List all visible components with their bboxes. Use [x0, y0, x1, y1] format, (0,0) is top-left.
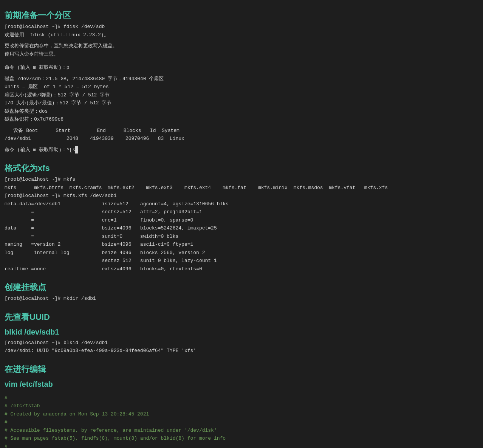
fstab-line1: #: [5, 394, 478, 402]
output-mkfs-list: mkfs mkfs.btrfs mkfs.cramfs mkfs.ext2 mk…: [5, 184, 478, 192]
output-mkfs-xfs-cmd: [root@localhost ~]# mkfs.xfs /dev/sdb1: [5, 192, 478, 200]
cursor-blink: [75, 146, 78, 154]
output-fdisk-cmd: [root@localhost ~]# fdisk /dev/sdb: [5, 23, 478, 31]
output-mkfs-meta2: = sectsz=512 attr=2, projid32bit=1: [5, 208, 478, 216]
output-mkfs-realtime: realtime =none extsz=4096 blocks=0, rtex…: [5, 265, 478, 273]
heading-edit: 在进行编辑: [5, 363, 478, 375]
output-mkfs-cmd: [root@localhost ~]# mkfs: [5, 176, 478, 183]
spacer10: [5, 391, 478, 394]
spacer8: [5, 303, 478, 308]
section-prep-partition: 前期准备一个分区 [root@localhost ~]# fdisk /dev/…: [5, 9, 478, 153]
output-blkid-result: /dev/sdb1: UUID="9c09a0b3-efea-499a-923d…: [5, 347, 478, 355]
output-mkfs-meta1: meta-data=/dev/sdb1 isize=512 agcount=4,…: [5, 200, 478, 208]
spacer4: [5, 124, 478, 126]
fstab-line3: # Created by anaconda on Mon Sep 13 20:2…: [5, 411, 478, 418]
output-table-header: 设备 Boot Start End Blocks Id System: [5, 127, 478, 135]
output-fdisk-welcome: 欢迎使用 fdisk (util-linux 2.23.2)。: [5, 31, 478, 39]
section-check-uuid: 先查看UUID blkid /dev/sdb1 [root@localhost …: [5, 311, 478, 355]
spacer3: [5, 72, 478, 74]
output-blkid-cmd: [root@localhost ~]# blkid /dev/sdb1: [5, 339, 478, 347]
output-disk-info5: 磁盘标签类型：dos: [5, 108, 478, 115]
section-format-xfs: 格式化为xfs [root@localhost ~]# mkfs mkfs mk…: [5, 162, 478, 273]
heading-vim: vim /etc/fstab: [5, 378, 478, 390]
output-disk-info6: 磁盘标识符：0x7d7699c8: [5, 116, 478, 123]
output-cmd-p: 命令 (输入 m 获取帮助)：p: [5, 64, 478, 71]
output-mkfs-data2: = sunit=0 swidth=0 blks: [5, 233, 478, 240]
fstab-line7: #: [5, 443, 478, 448]
output-mkdir-cmd: [root@localhost ~]# mkdir /sdb1: [5, 295, 478, 302]
output-fdisk-note1: 更改将停留在内存中，直到您决定将更改写入磁盘。: [5, 42, 478, 50]
output-disk-info2: Units = 扇区 of 1 * 512 = 512 bytes: [5, 83, 478, 91]
spacer2: [5, 59, 478, 63]
output-disk-info4: I/O 大小(最小/最佳)：512 字节 / 512 字节: [5, 99, 478, 107]
spacer9: [5, 355, 478, 360]
fstab-line2: # /etc/fstab: [5, 402, 478, 410]
fstab-line6: # See man pages fstab(5), findfs(8), mou…: [5, 435, 478, 442]
section-create-mount: 创建挂载点 [root@localhost ~]# mkdir /sdb1: [5, 281, 478, 302]
output-mkfs-log2: = sectsz=512 sunit=0 blks, lazy-count=1: [5, 257, 478, 265]
heading-check-uuid: 先查看UUID: [5, 311, 478, 323]
output-mkfs-data1: data = bsize=4096 blocks=5242624, imaxpc…: [5, 225, 478, 232]
spacer1: [5, 39, 478, 42]
page-container: 前期准备一个分区 [root@localhost ~]# fdisk /dev/…: [5, 9, 478, 448]
fstab-line4: #: [5, 419, 478, 426]
heading-create-mount: 创建挂载点: [5, 281, 478, 293]
heading-format-xfs: 格式化为xfs: [5, 162, 478, 174]
output-fdisk-note2: 使用写入命令前请三思。: [5, 51, 478, 58]
output-mkfs-log1: log =internal log bsize=4096 blocks=2560…: [5, 249, 478, 257]
spacer5: [5, 143, 478, 146]
heading-blkid: blkid /dev/sdb1: [5, 326, 478, 338]
spacer7: [5, 273, 478, 278]
heading-prep-partition: 前期准备一个分区: [5, 9, 478, 22]
output-disk-info3: 扇区大小(逻辑/物理)：512 字节 / 512 字节: [5, 91, 478, 99]
output-mkfs-naming: naming =version 2 bsize=4096 ascii-ci=0 …: [5, 241, 478, 248]
output-table-row: /dev/sdb1 2048 41943039 20970496 83 Linu…: [5, 135, 478, 143]
fstab-line5: # Accessible filesystems, by reference, …: [5, 427, 478, 434]
output-disk-info1: 磁盘 /dev/sdb：21.5 GB, 21474836480 字节，4194…: [5, 75, 478, 83]
spacer6: [5, 154, 478, 159]
output-mkfs-meta3: = crc=1 finobt=0, sparse=0: [5, 217, 478, 224]
output-cmd-s: 命令 (输入 m 获取帮助)：^[s: [5, 146, 478, 154]
section-edit: 在进行编辑 vim /etc/fstab # # /etc/fstab # Cr…: [5, 363, 478, 448]
